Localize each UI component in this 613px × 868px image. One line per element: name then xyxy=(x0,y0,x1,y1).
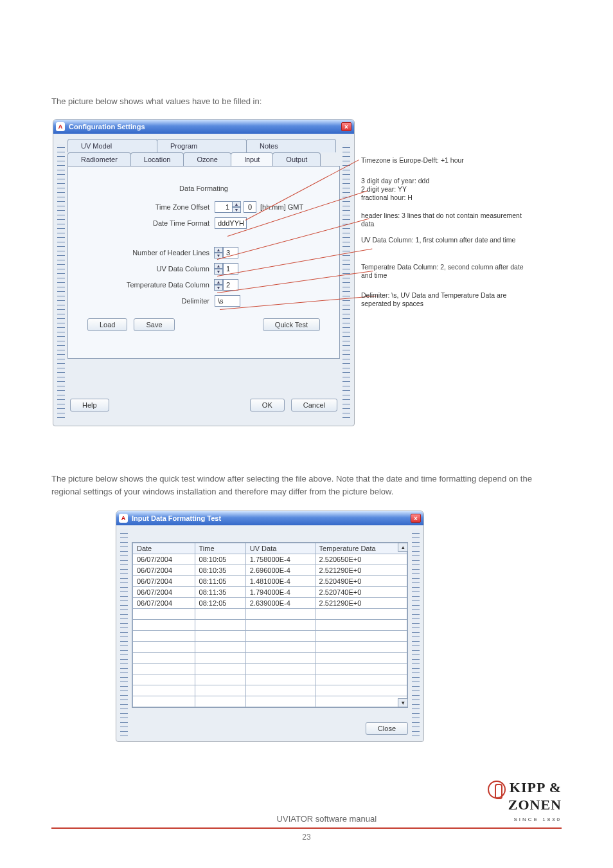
footer-rule xyxy=(51,827,562,829)
scroll-down-icon[interactable]: ▾ xyxy=(398,698,408,707)
tcol-label: Temperature Data Column xyxy=(87,281,209,289)
table-row[interactable]: 06/07/200408:10:051.758000E-42.520650E+0 xyxy=(133,554,407,565)
table-cell xyxy=(315,685,407,696)
table-cell xyxy=(195,653,245,664)
table-cell: 1.794000E-4 xyxy=(245,587,315,598)
ok-button[interactable]: OK xyxy=(250,399,285,411)
titlebar: A Input Data Formatting Test × xyxy=(116,511,423,525)
save-button[interactable]: Save xyxy=(134,318,174,331)
table-cell xyxy=(133,642,195,653)
window-title: Configuration Settings xyxy=(69,123,145,131)
quicktest-button[interactable]: Quick Test xyxy=(263,318,320,331)
close-icon[interactable]: × xyxy=(341,122,351,131)
dtf-label: Date Time Format xyxy=(87,219,209,227)
table-cell: 1.481000E-4 xyxy=(245,576,315,587)
table-cell xyxy=(245,664,315,674)
table-row-empty xyxy=(133,642,407,653)
load-button[interactable]: Load xyxy=(87,318,127,331)
close-icon[interactable]: × xyxy=(411,514,421,523)
delim-input[interactable] xyxy=(215,295,240,307)
tab-uvmodel[interactable]: UV Model xyxy=(67,139,157,152)
table-cell xyxy=(315,642,407,653)
tab-radiometer[interactable]: Radiometer xyxy=(67,152,131,166)
table-header-row: Date Time UV Data Temperature Data xyxy=(133,543,407,554)
tab-output[interactable]: Output xyxy=(272,152,321,166)
tcol-spinner[interactable]: ▲▼ xyxy=(214,279,223,291)
table-row-empty xyxy=(133,653,407,664)
tab-input[interactable]: Input xyxy=(231,152,273,166)
delim-label: Delimiter xyxy=(87,297,209,305)
col-uvdata[interactable]: UV Data xyxy=(245,543,315,554)
help-button[interactable]: Help xyxy=(70,399,109,411)
tcol-input[interactable] xyxy=(223,279,238,291)
table-row-empty xyxy=(133,685,407,696)
table-cell: 1.758000E-4 xyxy=(245,554,315,565)
table-cell xyxy=(315,653,407,664)
close-button[interactable]: Close xyxy=(366,722,408,735)
table-cell: 2.639000E-4 xyxy=(245,598,315,609)
table-cell xyxy=(195,674,245,685)
tab-row-back: UV Model Program Notes xyxy=(67,139,340,152)
table-cell xyxy=(315,664,407,674)
page-number: 23 xyxy=(51,833,562,842)
table-cell: 2.520650E+0 xyxy=(315,554,407,565)
tz-hh-spinner[interactable]: ▲▼ xyxy=(232,201,241,213)
table-cell: 08:11:35 xyxy=(195,587,245,598)
tz-mm-input[interactable] xyxy=(244,201,256,213)
brand-logo: KIPP & ZONEN SINCE 1830 xyxy=(486,781,562,824)
table-cell: 2.520740E+0 xyxy=(315,587,407,598)
tz-hh-input[interactable] xyxy=(215,201,233,213)
table-cell xyxy=(245,674,315,685)
tab-location[interactable]: Location xyxy=(130,152,184,166)
table-row[interactable]: 06/07/200408:10:352.696000E-42.521290E+0 xyxy=(133,565,407,576)
titlebar: A Configuration Settings × xyxy=(53,120,354,134)
col-tempdata[interactable]: Temperature Data xyxy=(315,543,407,554)
table-cell xyxy=(245,631,315,642)
window-title: Input Data Formatting Test xyxy=(132,514,221,522)
table-cell xyxy=(195,696,245,707)
config-window: A Configuration Settings × UV Model Prog… xyxy=(53,119,355,426)
table-row-empty xyxy=(133,696,407,707)
col-time[interactable]: Time xyxy=(195,543,245,554)
tab-notes[interactable]: Notes xyxy=(246,139,336,152)
table-cell xyxy=(315,674,407,685)
app-icon: A xyxy=(56,122,65,131)
col-date[interactable]: Date xyxy=(133,543,195,554)
table-cell xyxy=(245,685,315,696)
tab-row-front: Radiometer Location Ozone Input Output xyxy=(67,152,340,166)
margin-hatch-right xyxy=(412,529,420,736)
brand-mark-icon xyxy=(488,781,506,799)
table-cell xyxy=(195,609,245,620)
table-cell: 06/07/2004 xyxy=(133,598,195,609)
table-cell: 08:11:05 xyxy=(195,576,245,587)
tab-ozone[interactable]: Ozone xyxy=(183,152,231,166)
table-cell: 2.696000E-4 xyxy=(245,565,315,576)
figure-config-settings: A Configuration Settings × UV Model Prog… xyxy=(53,119,560,434)
cancel-button[interactable]: Cancel xyxy=(291,399,337,411)
hdr-spinner[interactable]: ▲▼ xyxy=(214,247,223,258)
table-cell xyxy=(245,642,315,653)
intro-text-2: The picture below shows the quick test w… xyxy=(51,473,562,498)
table-cell: 08:12:05 xyxy=(195,598,245,609)
table-cell xyxy=(315,620,407,631)
table-cell xyxy=(133,674,195,685)
table-cell xyxy=(245,620,315,631)
table-row[interactable]: 06/07/200408:11:351.794000E-42.520740E+0 xyxy=(133,587,407,598)
table-row[interactable]: 06/07/200408:12:052.639000E-42.521290E+0 xyxy=(133,598,407,609)
tab-program[interactable]: Program xyxy=(157,139,247,152)
app-icon: A xyxy=(119,514,128,523)
table-cell xyxy=(133,609,195,620)
section-heading: Data Formating xyxy=(87,185,320,192)
table-row-empty xyxy=(133,664,407,674)
table-cell xyxy=(195,620,245,631)
table-cell xyxy=(315,631,407,642)
dtf-input[interactable] xyxy=(215,217,247,229)
scroll-up-icon[interactable]: ▴ xyxy=(398,543,408,552)
table-cell: 06/07/2004 xyxy=(133,554,195,565)
uvcol-spinner[interactable]: ▲▼ xyxy=(214,263,223,275)
table-cell: 2.521290E+0 xyxy=(315,598,407,609)
tz-unit: [hh:mm] GMT xyxy=(260,203,303,211)
table-cell xyxy=(133,696,195,707)
table-row[interactable]: 06/07/200408:11:051.481000E-42.520490E+0 xyxy=(133,576,407,587)
quicktest-window: A Input Data Formatting Test × Date Time… xyxy=(116,511,424,742)
